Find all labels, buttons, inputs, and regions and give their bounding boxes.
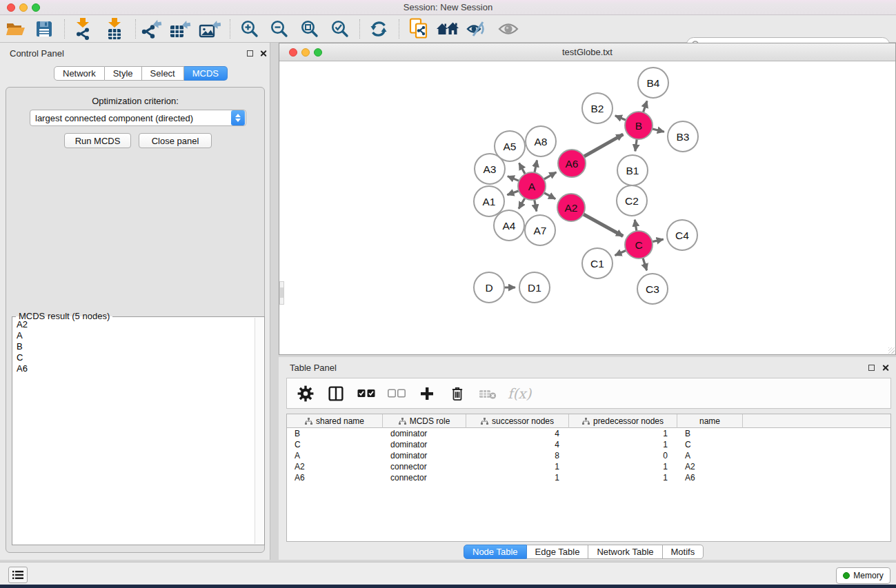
network-node-B1[interactable]: B1 (617, 155, 648, 185)
svg-text:A7: A7 (534, 225, 547, 236)
mcds-result-item[interactable]: A6 (14, 363, 253, 374)
svg-text:A: A (528, 181, 536, 192)
network-zoom-button[interactable] (314, 48, 322, 57)
export-table-icon[interactable] (168, 17, 192, 41)
network-node-C3[interactable]: C3 (637, 274, 668, 304)
column-icon[interactable] (326, 383, 346, 404)
refresh-icon[interactable] (366, 17, 391, 41)
tab-node-table[interactable]: Node Table (464, 545, 527, 559)
task-history-button[interactable] (8, 567, 28, 583)
export-image-icon[interactable] (197, 17, 222, 41)
toolbar-separator (399, 19, 399, 39)
network-canvas[interactable]: AA1A2A3A4A5A6A7A8BB1B2B3B4CC1C2C3C4DD1 (279, 61, 895, 354)
mcds-result-item[interactable]: B (14, 341, 253, 352)
column-header-successor-nodes[interactable]: successor nodes (466, 414, 569, 428)
table-row[interactable]: A2connector11A2 (287, 462, 890, 473)
zoom-in-icon[interactable] (237, 17, 262, 41)
close-panel-button[interactable]: Close panel (139, 133, 212, 148)
network-node-A2[interactable]: A2 (557, 194, 585, 221)
hide-panel-icon[interactable] (464, 17, 489, 41)
network-node-A4[interactable]: A4 (494, 210, 524, 241)
clone-network-icon[interactable] (407, 17, 432, 41)
network-node-D1[interactable]: D1 (519, 272, 550, 303)
network-node-A7[interactable]: A7 (525, 215, 555, 245)
export-network-icon[interactable] (139, 17, 164, 41)
zoom-fit-icon[interactable] (297, 17, 322, 41)
mcds-result-item[interactable]: C (14, 352, 253, 363)
network-resize-grip[interactable] (888, 347, 895, 354)
network-node-A1[interactable]: A1 (474, 186, 504, 216)
tab-select[interactable]: Select (142, 66, 184, 81)
network-node-C[interactable]: C (625, 231, 653, 258)
zoom-selected-icon[interactable] (328, 17, 352, 41)
network-node-B2[interactable]: B2 (582, 93, 613, 123)
network-node-A6[interactable]: A6 (558, 150, 586, 177)
optimization-criterion-select[interactable]: largest connected component (directed) (30, 110, 246, 126)
deselect-all-icon[interactable] (386, 383, 407, 404)
column-header-MCDS-role[interactable]: MCDS role (383, 414, 466, 428)
control-panel-tabs: NetworkStyleSelectMCDS (54, 66, 228, 81)
delete-icon[interactable] (447, 383, 468, 404)
tab-edge-table[interactable]: Edge Table (527, 545, 589, 559)
memory-button[interactable]: Memory (836, 567, 890, 584)
network-vertical-scrollbar[interactable] (279, 281, 284, 305)
import-network-icon[interactable] (70, 17, 95, 41)
network-node-C4[interactable]: C4 (667, 220, 697, 250)
toolbar-separator (64, 19, 65, 39)
network-node-D[interactable]: D (474, 272, 504, 303)
tab-network-table[interactable]: Network Table (588, 545, 662, 559)
window-minimize-button[interactable] (19, 3, 28, 12)
run-mcds-button[interactable]: Run MCDS (64, 133, 131, 148)
network-node-A5[interactable]: A5 (495, 131, 525, 161)
control-panel-title: Control Panel (10, 48, 64, 59)
add-column-icon[interactable] (417, 383, 437, 404)
network-node-B[interactable]: B (625, 112, 653, 139)
network-node-A8[interactable]: A8 (526, 126, 556, 156)
network-close-button[interactable] (289, 48, 297, 57)
status-bar: Memory (0, 562, 896, 585)
network-node-C1[interactable]: C1 (582, 248, 613, 278)
mcds-result-item[interactable]: A2 (14, 319, 253, 330)
network-node-B3[interactable]: B3 (668, 121, 698, 152)
column-header-name[interactable]: name (677, 414, 743, 428)
open-folder-icon[interactable] (3, 17, 28, 41)
close-panel-icon[interactable] (259, 50, 267, 57)
table-toolbar: f(x) (286, 378, 891, 409)
tab-motifs[interactable]: Motifs (663, 545, 704, 559)
select-all-icon[interactable] (356, 383, 377, 404)
table-row[interactable]: Adominator80A (287, 451, 890, 462)
gear-icon[interactable] (295, 383, 316, 404)
network-node-A[interactable]: A (518, 172, 546, 200)
zoom-out-icon[interactable] (267, 17, 292, 41)
mcds-result-box: MCDS result (5 nodes) A2ABCA6 (12, 316, 265, 545)
svg-text:B3: B3 (677, 131, 690, 143)
network-window-titlebar: testGlobe.txt (279, 43, 895, 61)
svg-text:B1: B1 (626, 165, 639, 176)
network-node-B4[interactable]: B4 (638, 68, 668, 98)
import-table-icon[interactable] (102, 17, 127, 41)
network-minimize-button[interactable] (301, 48, 310, 57)
float-table-panel-icon[interactable] (868, 365, 875, 371)
svg-text:A4: A4 (503, 220, 516, 232)
app-titlebar: Session: New Session (0, 0, 896, 15)
close-table-panel-icon[interactable] (882, 364, 889, 372)
window-close-button[interactable] (7, 3, 15, 12)
float-panel-icon[interactable] (247, 50, 253, 57)
table-row[interactable]: A6connector11A6 (287, 473, 890, 484)
column-header-predecessor-nodes[interactable]: predecessor nodes (569, 414, 677, 428)
table-row[interactable]: Cdominator41C (287, 440, 890, 451)
save-icon[interactable] (32, 17, 57, 41)
network-node-C2[interactable]: C2 (617, 185, 647, 216)
home-network-icon[interactable] (435, 17, 460, 41)
window-zoom-button[interactable] (32, 3, 40, 12)
mcds-result-item[interactable]: A (14, 330, 253, 341)
mcds-result-scrollbar[interactable] (255, 318, 263, 544)
toolbar-separator (359, 19, 360, 39)
table-row[interactable]: Bdominator41B (287, 429, 890, 440)
eye-icon[interactable] (496, 17, 521, 41)
column-header-shared-name[interactable]: shared name (287, 414, 383, 428)
tab-mcds[interactable]: MCDS (184, 66, 228, 81)
table-cell: dominator (383, 429, 466, 440)
tab-network[interactable]: Network (54, 66, 105, 81)
tab-style[interactable]: Style (105, 66, 142, 81)
